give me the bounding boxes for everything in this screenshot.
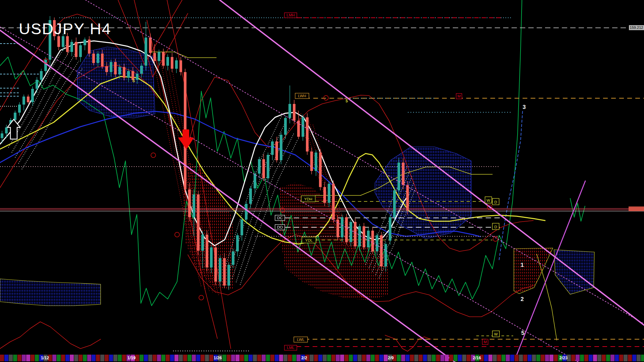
timeline-strip-block — [31, 355, 35, 361]
timeline-strip-block — [196, 355, 200, 361]
monthly-low-label: M — [484, 340, 487, 344]
timeline-strip-block — [362, 355, 366, 361]
candle-bull — [393, 190, 396, 217]
candle-bull — [210, 247, 213, 267]
timeline-strip-block — [419, 355, 423, 361]
candle-bear — [380, 235, 383, 266]
timeline-strip-block — [262, 355, 266, 361]
daily-pivot-label: D — [494, 200, 497, 204]
timeline-strip-block — [497, 355, 501, 361]
timeline-strip-block — [523, 355, 527, 361]
candle-bear — [105, 66, 108, 72]
timeline-strip-block — [624, 355, 628, 361]
timeline-strip-block — [105, 355, 109, 361]
date-label: 2/23 — [559, 356, 568, 360]
timeline-strip-block — [584, 355, 588, 361]
timeline-strip-block — [423, 355, 427, 361]
ydh-label: YDH — [304, 197, 312, 201]
timeline-strip-block — [619, 355, 623, 361]
candle-bull — [118, 67, 121, 74]
weekly-pivot-label-2: W — [494, 332, 498, 336]
timeline-strip-block — [179, 355, 183, 361]
timeline-strip-block — [484, 355, 488, 361]
candle-bear — [306, 117, 309, 152]
timeline-strip-block — [440, 355, 444, 361]
candle-bull — [219, 258, 221, 282]
timeline-strip-block — [358, 355, 362, 361]
signal-circle-icon — [175, 232, 179, 237]
date-label: 2/2 — [301, 356, 307, 360]
candle-bear — [214, 247, 217, 282]
timeline-strip-block — [148, 355, 152, 361]
candle-bull — [158, 52, 160, 61]
timeline-strip-block — [122, 355, 126, 361]
candle-bull — [31, 89, 34, 102]
timeline-strip-block — [288, 355, 292, 361]
timeline-strip-block — [379, 355, 383, 361]
candle-bear — [323, 187, 326, 203]
candle-bull — [397, 163, 400, 190]
timeline-strip-block — [4, 355, 8, 361]
candle-bull — [175, 60, 178, 69]
candle-bear — [319, 153, 322, 187]
candle-bull — [14, 113, 16, 120]
timeline-strip-block — [340, 355, 344, 361]
timeline-strip-block — [371, 355, 375, 361]
cloud-bottom-left-blue — [0, 279, 101, 306]
timeline-strip-block — [641, 355, 644, 361]
timeline-strip-block — [244, 355, 248, 361]
date-label: 1/12 — [41, 356, 49, 360]
red-envelope-upper-right — [188, 77, 533, 251]
timeline-strip-block — [610, 355, 614, 361]
candle-bull — [127, 71, 130, 78]
timeline-strip-block — [183, 355, 187, 361]
timeline-strip-block — [222, 355, 226, 361]
signal-circle-icon — [493, 237, 498, 241]
candle-bear — [275, 141, 278, 160]
timeline-strip-block — [541, 355, 545, 361]
candle-bear — [345, 217, 348, 242]
timeline-strip-block — [253, 355, 257, 361]
timeline-strip-block — [628, 355, 632, 361]
timeline-strip-block — [78, 355, 83, 361]
timeline-strip-block — [157, 355, 161, 361]
candle-bear — [27, 97, 30, 102]
candle-bear — [310, 152, 313, 171]
currency-marker-icon: $ — [132, 78, 135, 83]
timeline-strip-block — [187, 355, 192, 361]
candle-bull — [1, 133, 3, 138]
timeline-strip-block — [427, 355, 431, 361]
timeline-strip-block — [279, 355, 283, 361]
timeline-strip-block — [0, 355, 4, 361]
timeline-strip-block — [92, 355, 96, 361]
timeline-strip-block — [235, 355, 239, 361]
timeline-strip-block — [515, 355, 519, 361]
candle-bear — [371, 231, 374, 251]
timeline-strip-block — [576, 355, 580, 361]
wave-count-label: 2 — [521, 296, 524, 302]
timeline-strip-block — [314, 355, 318, 361]
lwl-label: LWL — [297, 338, 305, 342]
candle-bull — [5, 127, 8, 133]
weekly-pivot-label: W — [487, 198, 490, 202]
candle-bear — [197, 194, 200, 251]
timeline-strip-block — [26, 355, 30, 361]
timeline-strip-block — [140, 355, 144, 361]
timeline-strip-block — [161, 355, 165, 361]
timeline-strip-block — [57, 355, 61, 361]
timeline-strip-block — [192, 355, 196, 361]
candle-bear — [354, 222, 357, 246]
timeline-strip-block — [637, 355, 641, 361]
candle-bear — [66, 36, 69, 52]
timeline-strip-block — [410, 355, 414, 361]
current-price-tag — [629, 206, 644, 211]
candle-bear — [293, 104, 296, 121]
timeline-strip-block — [353, 355, 357, 361]
candle-bull — [193, 194, 195, 217]
timeline-strip-block — [323, 355, 327, 361]
candle-bull — [97, 54, 99, 63]
timeline-strip-block — [209, 355, 213, 361]
candle-bull — [201, 235, 204, 251]
timeline-strip-block — [35, 355, 39, 361]
candle-bull — [341, 217, 343, 237]
